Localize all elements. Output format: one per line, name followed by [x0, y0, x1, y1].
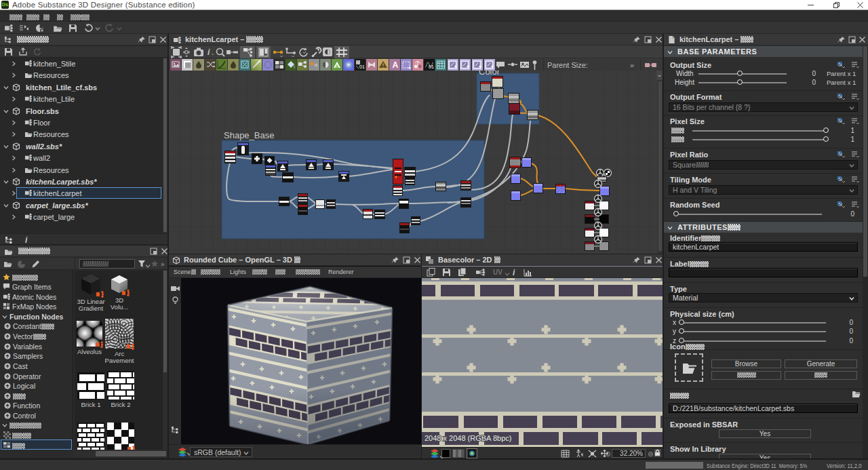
- svg-text:2048 x 2048 (RGBA 8bpc): 2048 x 2048 (RGBA 8bpc): [425, 434, 511, 442]
- svg-text:Shape_Base: Shape_Base: [224, 130, 274, 140]
- svg-text:01: 01: [429, 64, 434, 69]
- svg-text:01: 01: [359, 64, 365, 69]
- svg-text:Color: Color: [479, 71, 500, 77]
- svg-text:i: i: [208, 47, 210, 57]
- svg-text:A: A: [393, 60, 399, 70]
